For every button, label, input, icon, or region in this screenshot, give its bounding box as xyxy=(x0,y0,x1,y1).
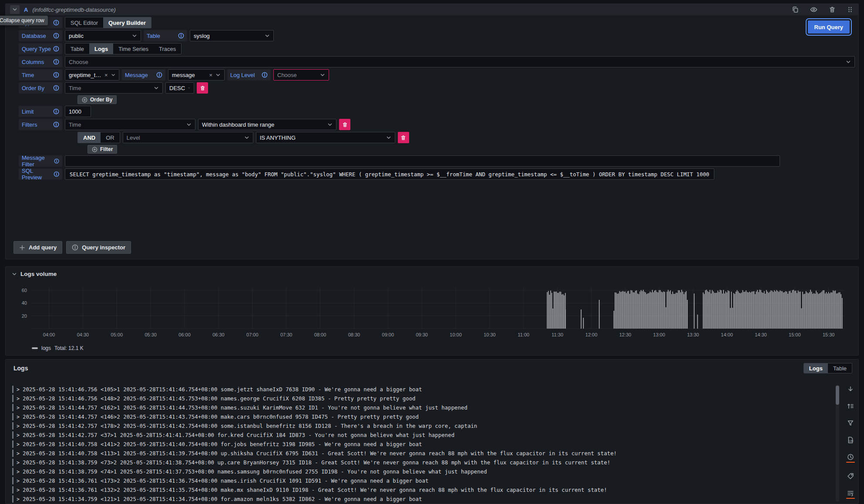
collapse-query-row-button[interactable] xyxy=(10,5,20,14)
remove-query-button[interactable] xyxy=(828,5,837,14)
sort-order-button[interactable] xyxy=(847,403,854,410)
query-type-logs[interactable]: Logs xyxy=(89,44,113,54)
log-row[interactable]: >2025-05-28 15:41:42.757 <178>2 2025-05-… xyxy=(12,421,830,430)
columns-select[interactable]: Choose xyxy=(65,56,855,67)
message-column-select[interactable]: message × xyxy=(168,69,225,81)
logs-view-logs[interactable]: Logs xyxy=(804,363,828,373)
legend-series-label[interactable]: logs xyxy=(41,345,51,351)
time-column-select[interactable]: greptime_tim... × xyxy=(65,69,119,81)
limit-input[interactable]: 1000 xyxy=(65,106,91,117)
expand-log-chevron-icon[interactable]: > xyxy=(17,460,20,466)
order-direction-select[interactable]: DESC xyxy=(165,82,194,94)
log-row[interactable]: >2025-05-28 15:41:46.756 <105>1 2025-05-… xyxy=(12,385,830,394)
log-level-bar xyxy=(12,395,13,402)
wrap-lines-button[interactable] xyxy=(846,490,855,499)
clear-icon[interactable]: × xyxy=(104,72,108,78)
logs-volume-chart[interactable]: 20406004:0004:3005:0005:3006:0006:3007:0… xyxy=(6,278,851,343)
log-row[interactable]: >2025-05-28 15:41:40.758 <113>1 2025-05-… xyxy=(12,449,830,458)
query-type-traces[interactable]: Traces xyxy=(154,44,181,54)
scrollbar-thumb[interactable] xyxy=(836,386,839,405)
expand-log-chevron-icon[interactable]: > xyxy=(17,469,20,475)
expand-log-chevron-icon[interactable]: > xyxy=(17,487,20,493)
expand-log-chevron-icon[interactable]: > xyxy=(17,386,20,393)
query-builder-form: Type SQL Editor Query Builder Database p… xyxy=(6,15,858,180)
log-details-button[interactable]: LOG xyxy=(847,437,854,444)
message-filter-input[interactable] xyxy=(65,155,780,167)
log-row[interactable]: >2025-05-28 15:41:36.761 <132>2 2025-05-… xyxy=(12,485,830,494)
log-row[interactable]: >2025-05-28 15:41:42.757 <37>1 2025-05-2… xyxy=(12,430,830,440)
remove-filter-button[interactable] xyxy=(339,119,350,130)
svg-text:13:30: 13:30 xyxy=(687,332,699,337)
scroll-to-bottom-button[interactable] xyxy=(847,386,854,393)
expand-log-chevron-icon[interactable]: > xyxy=(17,450,20,457)
query-ref-id: A xyxy=(24,7,28,13)
info-icon xyxy=(54,171,59,177)
log-level-bar xyxy=(12,450,13,457)
info-icon xyxy=(53,72,59,78)
table-select[interactable]: syslog xyxy=(190,30,274,41)
unique-labels-button[interactable] xyxy=(847,473,854,480)
remove-filter-condition-button[interactable] xyxy=(398,132,409,143)
plus-circle-icon xyxy=(92,147,97,152)
log-row[interactable]: >2025-05-28 15:41:34.759 <121>1 2025-05-… xyxy=(12,494,830,504)
log-row[interactable]: >2025-05-28 15:41:36.761 <173>2 2025-05-… xyxy=(12,476,830,485)
log-line-text: 2025-05-28 15:41:46.756 <105>1 2025-05-2… xyxy=(23,386,422,393)
show-time-button[interactable] xyxy=(846,454,855,463)
add-query-button[interactable]: Add query xyxy=(13,241,62,254)
log-row[interactable]: >2025-05-28 15:41:44.757 <146>2 2025-05-… xyxy=(12,412,830,421)
limit-row: Limit 1000 xyxy=(19,106,855,117)
query-type-table[interactable]: Table xyxy=(65,44,89,54)
query-type-time-series[interactable]: Time Series xyxy=(113,44,154,54)
toggle-query-visibility-button[interactable] xyxy=(809,5,818,14)
and-option[interactable]: AND xyxy=(78,132,101,143)
filter-operator-select[interactable]: IS ANYTHING xyxy=(256,132,395,143)
log-row[interactable]: >2025-05-28 15:41:40.758 <141>2 2025-05-… xyxy=(12,440,830,449)
expand-log-chevron-icon[interactable]: > xyxy=(17,478,20,484)
chevron-down-icon[interactable] xyxy=(12,272,17,277)
plus-circle-icon xyxy=(82,97,87,103)
filter-field-select[interactable]: Time xyxy=(65,119,195,130)
database-select[interactable]: public xyxy=(65,30,141,41)
log-level-bar xyxy=(12,431,13,439)
filter-logs-button[interactable] xyxy=(847,420,854,427)
logs-panel: Logs Logs Table >2025-05-28 15:41:46.756… xyxy=(5,359,859,504)
remove-order-by-button[interactable] xyxy=(197,82,208,94)
log-row[interactable]: >2025-05-28 15:41:38.759 <74>1 2025-05-2… xyxy=(12,467,830,476)
duplicate-query-button[interactable] xyxy=(791,5,800,14)
query-type-label: Query Type xyxy=(19,43,62,54)
expand-log-chevron-icon[interactable]: > xyxy=(17,496,20,502)
expand-log-chevron-icon[interactable]: > xyxy=(17,396,20,402)
logs-view-table[interactable]: Table xyxy=(828,363,852,373)
log-level-select[interactable]: Choose xyxy=(273,69,329,81)
log-line-text: 2025-05-28 15:41:38.759 <73>2 2025-05-28… xyxy=(23,459,610,466)
log-row[interactable]: >2025-05-28 15:41:44.757 <162>1 2025-05-… xyxy=(12,403,830,412)
svg-text:08:30: 08:30 xyxy=(348,332,360,337)
add-order-by-button[interactable]: Order By xyxy=(77,95,117,104)
log-row[interactable]: >2025-05-28 15:41:46.756 <148>2 2025-05-… xyxy=(12,394,830,403)
filter-level-select[interactable]: Level xyxy=(123,132,253,143)
expand-log-chevron-icon[interactable]: > xyxy=(17,441,20,447)
expand-log-chevron-icon[interactable]: > xyxy=(17,432,20,438)
tab-sql-editor[interactable]: SQL Editor xyxy=(65,17,103,28)
info-icon xyxy=(54,158,59,164)
expand-log-chevron-icon[interactable]: > xyxy=(17,423,20,429)
svg-text:09:30: 09:30 xyxy=(416,332,428,337)
query-inspector-button[interactable]: Query inspector xyxy=(66,241,131,254)
query-editor-panel: A (info8fcc-greptimedb-datasource) Colla… xyxy=(5,3,859,259)
query-row-header: A (info8fcc-greptimedb-datasource) xyxy=(6,4,858,15)
filter-range-select[interactable]: Within dashboard time range xyxy=(198,119,336,130)
clear-icon[interactable]: × xyxy=(209,72,212,78)
limit-label: Limit xyxy=(19,106,62,117)
expand-log-chevron-icon[interactable]: > xyxy=(17,414,20,420)
logs-scrollbar[interactable] xyxy=(836,385,839,502)
expand-log-chevron-icon[interactable]: > xyxy=(17,405,20,411)
order-by-field-select[interactable]: Time xyxy=(65,82,163,94)
or-option[interactable]: OR xyxy=(101,132,120,143)
add-filter-button[interactable]: Filter xyxy=(87,145,117,154)
log-row[interactable]: >2025-05-28 15:41:38.759 <73>2 2025-05-2… xyxy=(12,458,830,467)
tab-query-builder[interactable]: Query Builder xyxy=(103,17,151,28)
chevron-down-icon xyxy=(386,135,391,140)
run-query-button[interactable]: Run Query xyxy=(808,20,850,34)
drag-query-handle[interactable] xyxy=(846,5,854,14)
chevron-down-icon xyxy=(327,122,333,127)
